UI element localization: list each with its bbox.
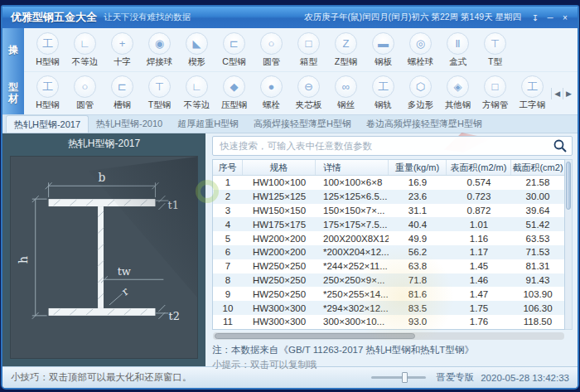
cell-section-area: 39.64 xyxy=(511,206,564,215)
toolbar-item-steel-wire[interactable]: ∞钢丝 xyxy=(327,75,365,111)
transparency-slider-handle[interactable] xyxy=(402,372,408,383)
toolbar-item-unequal-angle-2[interactable]: ∟不等边 xyxy=(178,75,215,111)
table-row[interactable]: 7HW250×250*244×252×11...63.81.4581.31 xyxy=(213,259,564,273)
column-header-spec[interactable]: 规格 xyxy=(243,160,316,175)
toolbar-item-other-steel[interactable]: ◈其他钢 xyxy=(439,75,476,111)
toolbar-item-box-type[interactable]: Ⅱ盒式 xyxy=(439,32,476,68)
table-row[interactable]: 3HW150×150150×150×7×...31.10.87239.64 xyxy=(213,204,564,218)
c-steel-icon: ⊏ xyxy=(223,32,245,55)
column-header-section-area[interactable]: 截面积(cm2) xyxy=(511,160,564,175)
tab-3[interactable]: 超厚超重H型钢 xyxy=(170,115,246,133)
horizontal-scrollbar[interactable] xyxy=(213,332,564,340)
toolbar-item-round-pipe[interactable]: ○圆管 xyxy=(253,32,290,68)
toolbar-item-profiled-steel[interactable]: ◆压型钢 xyxy=(215,75,253,111)
cell-weight: 49.9 xyxy=(389,234,447,244)
table-row[interactable]: 9HW250×250*250×255×14...81.61.47103.90 xyxy=(213,287,564,301)
t-steel-icon: ⊤ xyxy=(148,75,171,98)
column-header-surface-area[interactable]: 表面积(m2/m) xyxy=(447,160,511,175)
toolbar-item-bolt-ball[interactable]: ◎螺栓球 xyxy=(402,32,439,68)
table-row[interactable]: 2HW125×125125×125×6.5...23.60.72330.00 xyxy=(213,190,564,204)
toolbar-item-unequal-angle[interactable]: ∟不等边 xyxy=(66,32,104,68)
cell-spec: HW200×200 xyxy=(243,234,316,244)
bolt-icon: ● xyxy=(260,75,283,98)
table-row[interactable]: 10HW300×300*294×302×12...83.51.75106.30 xyxy=(213,301,564,315)
tab-1[interactable]: 热轧H型钢-2017 xyxy=(6,115,89,133)
toolbar-item-h-beam-2[interactable]: 工H型钢 xyxy=(29,75,66,111)
dim-label-tw: tw xyxy=(118,265,131,278)
vertical-scrollbar-thumb[interactable] xyxy=(566,162,571,210)
cell-index: 5 xyxy=(213,234,243,244)
table-row[interactable]: 4HW175×175175×175×7.5...40.41.0151.42 xyxy=(213,217,564,231)
side-tab-strip: 操 型材 xyxy=(2,28,24,114)
status-hint: 小技巧：双击顶部可以最大化和还原窗口。 xyxy=(11,371,192,384)
profiles-table: 序号规格详情重量(kg/m)表面积(m2/m)截面积(cm2) 1HW100×1… xyxy=(212,159,565,330)
cell-detail: *294×302×12... xyxy=(316,303,389,313)
column-header-detail[interactable]: 详情 xyxy=(316,160,389,175)
cell-detail: 175×175×7.5... xyxy=(316,220,389,230)
toolbar-item-box-section[interactable]: □箱型 xyxy=(290,32,327,68)
cell-spec: HW200×200 xyxy=(243,247,316,257)
square-pipe-icon: □ xyxy=(484,75,506,98)
pin-button[interactable]: ↧ xyxy=(528,11,543,24)
toolbar-item-channel-steel[interactable]: ⊏槽钢 xyxy=(104,75,141,111)
title-bar[interactable]: 优雅型钢五金大全 让天下没有难找的数据 农历庚子年(鼠)闰四月(闰月)初六 第2… xyxy=(2,7,578,28)
transparency-slider[interactable] xyxy=(371,376,426,379)
toolbar-item-polygon[interactable]: ⬡多边形 xyxy=(402,75,439,111)
toolbar-item-c-steel[interactable]: ⊏C型钢 xyxy=(215,32,253,68)
toolbar-item-h-beam[interactable]: 工H型钢 xyxy=(29,32,66,68)
h-beam-icon: 工 xyxy=(36,32,59,55)
table-row[interactable]: 1HW100×100100×100×6×816.90.57421.58 xyxy=(213,176,564,190)
toolbar-item-rail[interactable]: 工钢轨 xyxy=(365,75,402,111)
search-input[interactable] xyxy=(212,136,573,156)
search-icon[interactable] xyxy=(553,138,568,153)
toolbar-scroll-nav: ◀ ▶ xyxy=(551,88,578,99)
cell-surface-area: 0.872 xyxy=(447,206,511,215)
toolbar-item-square-pipe[interactable]: □方钢管 xyxy=(476,75,514,111)
scroll-right-icon[interactable]: ▶ xyxy=(563,88,574,99)
close-button[interactable]: × xyxy=(558,11,573,24)
horizontal-scrollbar-thumb[interactable] xyxy=(215,333,415,339)
unequal-angle-icon: ∟ xyxy=(74,32,96,55)
table-row[interactable]: 6HW200×200*200X204×12...56.21.1771.53 xyxy=(213,245,564,259)
scroll-left-icon[interactable]: ◀ xyxy=(551,88,563,99)
vertical-scrollbar[interactable] xyxy=(565,159,573,330)
toolbar-item-wedge[interactable]: ◣楔形 xyxy=(178,32,215,68)
cell-weight: 71.8 xyxy=(389,275,447,285)
toolbar-row-1: 工H型钢∟不等边+十字◉焊接球◣楔形⊏C型钢○圆管□箱型ZZ型钢▬钢板◎螺栓球Ⅱ… xyxy=(24,28,578,71)
toolbar-item-round-pipe-2[interactable]: ○圆管 xyxy=(66,75,104,111)
toolbar-item-label: 圆管 xyxy=(263,56,280,68)
toolbar-item-bolt[interactable]: ●螺栓 xyxy=(253,75,290,111)
tab-4[interactable]: 高频焊接轻型薄壁H型钢 xyxy=(246,115,359,133)
toolbar-item-t-shape[interactable]: ⊤T型 xyxy=(476,32,514,68)
toolbar-item-label: 不等边 xyxy=(184,99,210,111)
copy-tip: 小提示：双击可以复制哦 xyxy=(212,359,573,371)
tab-2[interactable]: 热轧H型钢-2010 xyxy=(89,115,170,133)
cell-spec: HW250×250 xyxy=(243,289,316,299)
side-tab-profiles[interactable]: 型材 xyxy=(2,71,24,114)
table-row[interactable]: 11HW300×300300×300×10...93.01.76118.50 xyxy=(213,315,564,329)
side-tab-operate[interactable]: 操 xyxy=(2,28,24,71)
toolbar-item-t-steel[interactable]: ⊤T型钢 xyxy=(141,75,178,111)
tab-5[interactable]: 卷边高频焊接轻型薄壁H型钢 xyxy=(359,115,490,133)
app-title: 优雅型钢五金大全 xyxy=(11,10,97,25)
column-header-weight[interactable]: 重量(kg/m) xyxy=(389,160,447,175)
toolbar-item-sandwich-panel[interactable]: ⊖夹芯板 xyxy=(290,75,327,111)
cell-section-area: 63.53 xyxy=(511,234,564,244)
cell-detail: 150×150×7×... xyxy=(316,206,389,215)
toolbar-item-welded-ball[interactable]: ◉焊接球 xyxy=(141,32,178,68)
toolbar-item-label: 楔形 xyxy=(188,56,205,68)
toolbar-item-i-beam[interactable]: 工工字钢 xyxy=(514,75,551,111)
toolbar-item-cross-steel[interactable]: +十字 xyxy=(104,32,141,68)
cell-index: 9 xyxy=(213,289,243,299)
minimize-button[interactable]: ─ xyxy=(543,11,558,24)
table-row[interactable]: 5HW200×200200X200X8X1249.91.1663.53 xyxy=(213,231,564,245)
table-row[interactable]: 8HW250×250250×250×9×...71.81.4691.43 xyxy=(213,273,564,288)
cell-surface-area: 1.17 xyxy=(447,247,511,257)
column-header-index[interactable]: 序号 xyxy=(213,160,243,175)
toolbar-item-z-steel[interactable]: ZZ型钢 xyxy=(327,32,365,68)
cell-weight: 81.6 xyxy=(389,289,447,299)
toolbar-item-steel-plate[interactable]: ▬钢板 xyxy=(365,32,402,68)
lunar-calendar-text: 农历庚子年(鼠)闰四月(闰月)初六 第22周 第149天 星期四 xyxy=(304,12,521,23)
cell-weight: 83.5 xyxy=(389,303,447,313)
dim-label-t2: t2 xyxy=(169,310,180,322)
